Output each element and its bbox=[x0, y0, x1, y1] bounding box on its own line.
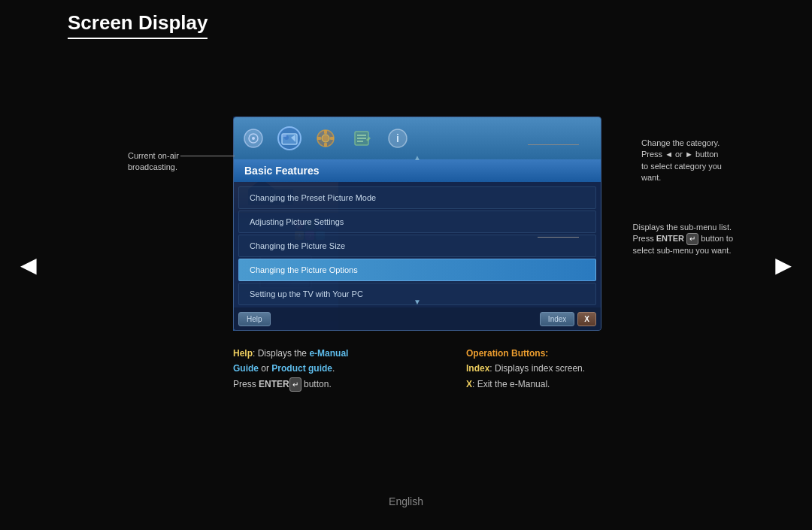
menu-item-4-active[interactable]: Changing the Picture Options bbox=[238, 259, 596, 281]
enter-key-icon: ↵ bbox=[686, 233, 698, 245]
help-period: . bbox=[332, 363, 335, 374]
svg-rect-11 bbox=[330, 137, 334, 140]
annotation-bottom-right: Operation Buttons: Index: Displays index… bbox=[466, 346, 585, 392]
cat-icon-2[interactable] bbox=[277, 126, 301, 150]
enter-label: ENTER bbox=[259, 379, 289, 389]
help-or: or bbox=[259, 363, 271, 374]
help-desc1: : Displays the bbox=[253, 348, 309, 359]
index-button[interactable]: Index bbox=[540, 312, 574, 326]
category-title-text: Basic Features bbox=[244, 165, 320, 177]
product-guide-link[interactable]: Product guide bbox=[271, 363, 332, 374]
press-label: Press bbox=[233, 379, 259, 389]
panel-right-buttons: Index X bbox=[540, 312, 596, 326]
svg-rect-8 bbox=[324, 130, 327, 134]
nav-arrow-right[interactable]: ► bbox=[770, 250, 797, 281]
menu-list: Changing the Preset Picture Mode Adjusti… bbox=[234, 182, 601, 310]
menu-item-1[interactable]: Changing the Preset Picture Mode bbox=[238, 186, 596, 209]
annotation-left: Current on-airbroadcasting. bbox=[128, 150, 179, 174]
guide-link[interactable]: Guide bbox=[233, 363, 259, 374]
x-desc: : Exit the e-Manual. bbox=[472, 379, 550, 389]
panel-bottom-bar: Help Index X bbox=[234, 307, 601, 330]
annotation-bottom-left: Help: Displays the e-Manual Guide or Pro… bbox=[233, 346, 348, 392]
svg-point-2 bbox=[252, 137, 255, 140]
category-title-bar: Basic Features bbox=[234, 159, 601, 182]
menu-item-2[interactable]: Adjusting Picture Settings bbox=[238, 210, 596, 233]
index-desc: : Displays index screen. bbox=[489, 363, 585, 374]
language-label: English bbox=[389, 495, 423, 507]
emanual-link[interactable]: e-Manual bbox=[309, 348, 348, 359]
annotation-line-right-1 bbox=[528, 144, 579, 145]
help-label: Help bbox=[233, 348, 253, 359]
annotation-left-text: Current on-airbroadcasting. bbox=[128, 150, 179, 174]
close-button[interactable]: X bbox=[577, 312, 596, 326]
enter-key-bottom: ↵ bbox=[289, 377, 301, 392]
annotation-right-top-text: Change the category. Press ◄ or ► button… bbox=[641, 138, 722, 184]
help-button[interactable]: Help bbox=[238, 312, 271, 326]
svg-rect-10 bbox=[317, 137, 321, 140]
index-label: Index bbox=[466, 363, 489, 374]
x-label: X bbox=[466, 379, 472, 389]
cat-icon-3[interactable] bbox=[314, 126, 338, 150]
main-panel: i Basic Features Changing the Preset Pic… bbox=[233, 117, 601, 331]
annotation-right-bottom: Displays the sub-menu list. Press ENTER … bbox=[633, 222, 733, 257]
op-buttons-title: Operation Buttons: bbox=[466, 348, 548, 359]
annotation-right-top: Change the category. Press ◄ or ► button… bbox=[641, 138, 722, 184]
svg-point-7 bbox=[322, 135, 329, 142]
cat-icon-4[interactable] bbox=[350, 126, 374, 150]
svg-rect-9 bbox=[324, 143, 327, 147]
annotation-line-right-2 bbox=[538, 237, 579, 238]
button-label: button. bbox=[301, 379, 332, 389]
annotation-line-left bbox=[180, 156, 235, 156]
page-title: Screen Display bbox=[68, 11, 208, 39]
cat-icon-1[interactable] bbox=[241, 126, 265, 150]
svg-text:i: i bbox=[396, 132, 399, 144]
annotation-right-bottom-text: Displays the sub-menu list. Press ENTER … bbox=[633, 222, 733, 257]
menu-item-3[interactable]: Changing the Picture Size bbox=[238, 235, 596, 257]
cat-icon-5[interactable]: i bbox=[386, 126, 410, 150]
svg-rect-5 bbox=[282, 134, 286, 137]
nav-arrow-left[interactable]: ◄ bbox=[15, 250, 42, 281]
scroll-down-indicator: ▼ bbox=[414, 298, 421, 306]
